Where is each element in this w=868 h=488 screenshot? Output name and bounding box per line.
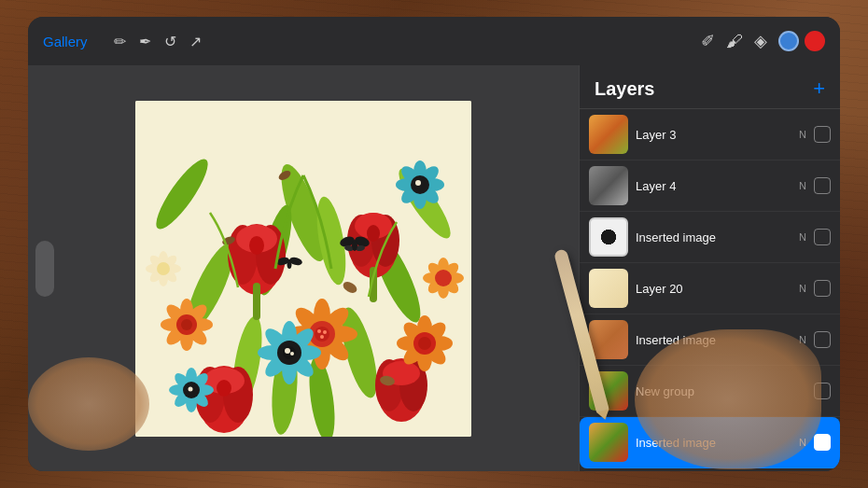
color-blue-dot[interactable] [778, 31, 799, 51]
layer-item[interactable]: Layer 20 N [580, 263, 840, 314]
layer-visibility-checkbox[interactable] [814, 434, 831, 451]
color-selector [778, 31, 825, 51]
brush-tool-icon[interactable]: ✒ [139, 33, 151, 50]
layer-visibility-checkbox[interactable] [814, 229, 831, 245]
smudge-tool-icon[interactable]: ↺ [164, 33, 176, 50]
layer-thumbnail [589, 320, 628, 359]
layer-thumbnail [589, 217, 628, 257]
layer-blend-mode: N [799, 283, 806, 294]
top-toolbar: Gallery ✏ ✒ ↺ ↗ ✐ 🖌 ◈ [28, 17, 840, 65]
layer-name: Layer 20 [636, 282, 791, 296]
layer-item[interactable]: Layer 4 N [580, 160, 840, 212]
layer-item[interactable]: Layer 3 N [580, 109, 840, 160]
toolbar-right: ✐ 🖌 ◈ [701, 31, 825, 51]
svg-point-43 [317, 329, 321, 333]
svg-point-42 [315, 327, 329, 342]
layer-item[interactable]: New [580, 468, 840, 471]
svg-point-45 [320, 335, 324, 339]
gallery-button[interactable]: Gallery [43, 34, 88, 49]
layer-visibility-checkbox[interactable] [814, 331, 831, 348]
layer-thumbnail [589, 423, 628, 462]
layers-header: Layers + [580, 65, 840, 109]
scroll-indicator-left [35, 241, 54, 297]
pen-icon[interactable]: ✐ [701, 31, 715, 51]
layer-thumbnail [589, 115, 628, 154]
hand-left [28, 357, 149, 451]
add-layer-button[interactable]: + [813, 77, 825, 101]
layers-title: Layers [595, 78, 655, 100]
svg-point-22 [367, 225, 380, 242]
layer-blend-mode: N [799, 180, 806, 191]
eraser-icon[interactable]: ◈ [754, 31, 767, 51]
svg-point-65 [418, 337, 431, 350]
svg-point-28 [217, 380, 231, 397]
toolbar-left: Gallery ✏ ✒ ↺ ↗ [43, 33, 202, 50]
svg-point-109 [287, 259, 292, 269]
tool-icons: ✏ ✒ ↺ ↗ [114, 33, 202, 50]
svg-point-87 [415, 180, 421, 186]
layer-name: Layer 4 [636, 179, 791, 193]
layer-visibility-checkbox[interactable] [814, 280, 831, 297]
svg-point-55 [181, 319, 192, 330]
artwork-canvas[interactable] [135, 101, 471, 437]
svg-point-127 [157, 262, 170, 275]
layer-blend-mode: N [799, 231, 806, 243]
svg-point-76 [285, 348, 290, 354]
layer-blend-mode: N [799, 129, 806, 140]
layer-item[interactable]: Inserted image N [580, 212, 840, 263]
svg-point-16 [249, 236, 264, 255]
layer-thumbnail [589, 269, 628, 308]
layer-visibility-checkbox[interactable] [814, 126, 831, 143]
layer-name: Inserted image [636, 230, 791, 244]
svg-rect-17 [253, 283, 260, 320]
layer-thumbnail [589, 166, 628, 205]
hand-right [635, 329, 821, 469]
layer-name: Layer 3 [636, 128, 791, 142]
svg-point-106 [352, 240, 357, 251]
brush-icon[interactable]: 🖌 [726, 32, 743, 51]
svg-point-44 [323, 330, 327, 334]
eraser-tool-icon[interactable]: ↗ [189, 33, 202, 50]
layer-visibility-checkbox[interactable] [814, 177, 831, 194]
svg-point-118 [435, 270, 452, 286]
pencil-tool-icon[interactable]: ✏ [114, 33, 126, 50]
svg-point-77 [290, 352, 294, 356]
color-red-dot[interactable] [805, 31, 825, 51]
svg-point-97 [189, 386, 193, 391]
